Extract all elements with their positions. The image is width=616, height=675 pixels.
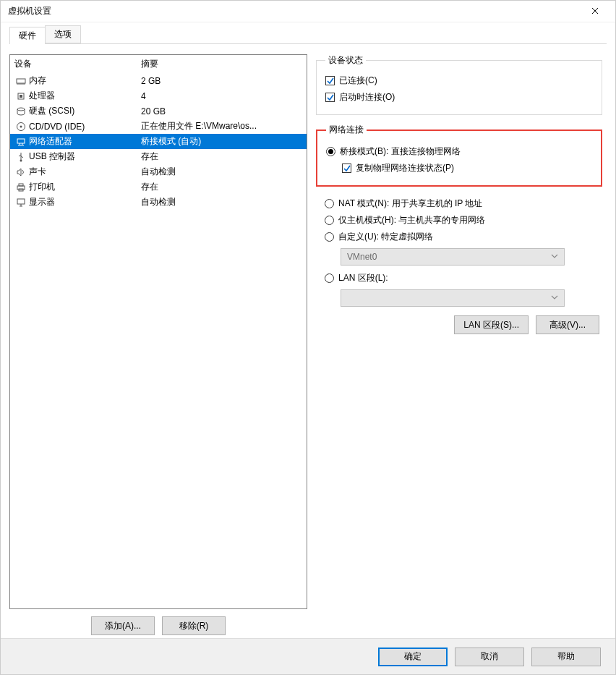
- svg-rect-9: [19, 184, 23, 186]
- device-name: 打印机: [27, 181, 141, 193]
- lan-segment-radio-row[interactable]: LAN 区段(L):: [325, 270, 594, 286]
- header-summary: 摘要: [141, 58, 302, 70]
- dialog-footer: 确定 取消 帮助: [1, 638, 615, 674]
- content-panels: 设备 摘要 内存2 GB处理器4硬盘 (SCSI)20 GBCD/DVD (ID…: [9, 44, 607, 638]
- cpu-icon: [14, 91, 27, 101]
- custom-network-value: VMnet0: [347, 252, 377, 262]
- bridged-radio-row[interactable]: 桥接模式(B): 直接连接物理网络: [326, 143, 592, 160]
- device-status-group: 设备状态 已连接(C) 启动时连接(O): [316, 54, 602, 115]
- device-summary: 20 GB: [141, 106, 302, 116]
- device-name: 网络适配器: [27, 135, 141, 148]
- device-name: 显示器: [27, 196, 141, 208]
- device-row[interactable]: 声卡自动检测: [10, 164, 307, 179]
- device-name: 声卡: [27, 166, 141, 178]
- window-close-button[interactable]: [581, 1, 609, 22]
- device-row[interactable]: USB 控制器存在: [10, 149, 307, 164]
- connect-at-poweron-label: 启动时连接(O): [339, 91, 395, 103]
- radio-icon: [325, 199, 334, 208]
- device-list[interactable]: 内存2 GB处理器4硬盘 (SCSI)20 GBCD/DVD (IDE)正在使用…: [10, 73, 307, 608]
- add-device-button[interactable]: 添加(A)...: [91, 616, 155, 635]
- remove-device-button[interactable]: 移除(R): [162, 616, 226, 635]
- disc-icon: [14, 122, 27, 132]
- device-summary: 桥接模式 (自动): [141, 135, 302, 148]
- printer-icon: [14, 182, 27, 192]
- radio-icon: [325, 232, 334, 242]
- custom-radio-row[interactable]: 自定义(U): 特定虚拟网络: [325, 229, 594, 245]
- device-summary: 存在: [141, 150, 302, 163]
- device-row[interactable]: 硬盘 (SCSI)20 GB: [10, 103, 307, 119]
- network-connection-legend: 网络连接: [326, 124, 367, 136]
- device-name: CD/DVD (IDE): [27, 122, 141, 132]
- help-button[interactable]: 帮助: [531, 648, 601, 666]
- svg-rect-2: [20, 95, 22, 98]
- titlebar: 虚拟机设置: [1, 1, 615, 22]
- custom-label: 自定义(U): 特定虚拟网络: [338, 231, 433, 243]
- window-title: 虚拟机设置: [8, 5, 581, 17]
- chevron-down-icon: [551, 293, 558, 303]
- bridged-label: 桥接模式(B): 直接连接物理网络: [340, 145, 461, 158]
- tab-hardware[interactable]: 硬件: [9, 27, 46, 44]
- radio-icon: [325, 273, 334, 283]
- advanced-button[interactable]: 高级(V)...: [536, 315, 599, 334]
- device-name: 处理器: [27, 90, 141, 102]
- tab-bar: 硬件 选项: [9, 27, 607, 44]
- device-row[interactable]: CD/DVD (IDE)正在使用文件 E:\VMware\os...: [10, 119, 307, 134]
- connect-at-poweron-row[interactable]: 启动时连接(O): [325, 89, 593, 106]
- lan-segment-combo[interactable]: [341, 289, 565, 307]
- device-status-legend: 设备状态: [325, 54, 366, 67]
- svg-point-3: [17, 108, 25, 111]
- device-row[interactable]: 网络适配器桥接模式 (自动): [10, 134, 307, 149]
- left-button-row: 添加(A)... 移除(R): [9, 609, 307, 638]
- dialog-body: 硬件 选项 设备 摘要 内存2 GB处理器4硬盘 (SCSI)20 GBCD/D…: [1, 22, 615, 638]
- chevron-down-icon: [551, 252, 558, 262]
- device-name: 内存: [27, 75, 141, 87]
- device-summary: 存在: [141, 181, 302, 193]
- checkbox-icon: [342, 164, 351, 173]
- svg-rect-0: [17, 79, 25, 83]
- hostonly-radio-row[interactable]: 仅主机模式(H): 与主机共享的专用网络: [325, 212, 594, 229]
- replicate-label: 复制物理网络连接状态(P): [356, 162, 454, 174]
- device-row[interactable]: 处理器4: [10, 88, 307, 103]
- hardware-list-panel: 设备 摘要 内存2 GB处理器4硬盘 (SCSI)20 GBCD/DVD (ID…: [9, 54, 307, 638]
- device-summary: 4: [141, 91, 302, 101]
- lan-segment-label: LAN 区段(L):: [338, 272, 388, 284]
- nat-radio-row[interactable]: NAT 模式(N): 用于共享主机的 IP 地址: [325, 195, 594, 212]
- radio-icon: [325, 216, 334, 225]
- device-list-box: 设备 摘要 内存2 GB处理器4硬盘 (SCSI)20 GBCD/DVD (ID…: [9, 54, 307, 609]
- disk-icon: [14, 106, 27, 116]
- custom-network-combo[interactable]: VMnet0: [341, 248, 565, 266]
- connected-checkbox-row[interactable]: 已连接(C): [325, 72, 593, 89]
- usb-icon: [14, 152, 27, 162]
- device-summary: 正在使用文件 E:\VMware\os...: [141, 120, 302, 132]
- device-list-header: 设备 摘要: [10, 55, 307, 73]
- device-summary: 自动检测: [141, 166, 302, 178]
- replicate-checkbox-row[interactable]: 复制物理网络连接状态(P): [326, 160, 592, 177]
- checkbox-icon: [325, 93, 335, 102]
- device-row[interactable]: 显示器自动检测: [10, 195, 307, 210]
- network-options-extra: NAT 模式(N): 用于共享主机的 IP 地址 仅主机模式(H): 与主机共享…: [316, 195, 602, 311]
- close-icon: [591, 7, 599, 17]
- header-device: 设备: [14, 58, 141, 70]
- svg-point-5: [20, 125, 22, 127]
- device-summary: 2 GB: [141, 76, 302, 86]
- vm-settings-window: 虚拟机设置 硬件 选项 设备 摘要 内存2 GB处理器4硬盘 (SCSI)20 …: [0, 0, 616, 675]
- radio-icon: [326, 147, 335, 156]
- nat-label: NAT 模式(N): 用于共享主机的 IP 地址: [338, 198, 482, 210]
- display-icon: [14, 198, 27, 208]
- device-summary: 自动检测: [141, 196, 302, 208]
- device-details-panel: 设备状态 已连接(C) 启动时连接(O): [316, 54, 607, 638]
- ok-button[interactable]: 确定: [378, 648, 448, 666]
- device-row[interactable]: 内存2 GB: [10, 73, 307, 88]
- network-icon: [14, 137, 27, 147]
- svg-point-7: [20, 159, 22, 161]
- svg-rect-6: [17, 139, 25, 143]
- device-name: 硬盘 (SCSI): [27, 105, 141, 117]
- tab-options[interactable]: 选项: [45, 25, 81, 43]
- cancel-button[interactable]: 取消: [455, 648, 524, 666]
- device-row[interactable]: 打印机存在: [10, 179, 307, 195]
- checkbox-icon: [325, 76, 335, 85]
- svg-rect-11: [17, 199, 25, 204]
- connected-label: 已连接(C): [339, 75, 377, 87]
- lan-segments-button[interactable]: LAN 区段(S)...: [454, 315, 529, 334]
- memory-icon: [14, 76, 27, 86]
